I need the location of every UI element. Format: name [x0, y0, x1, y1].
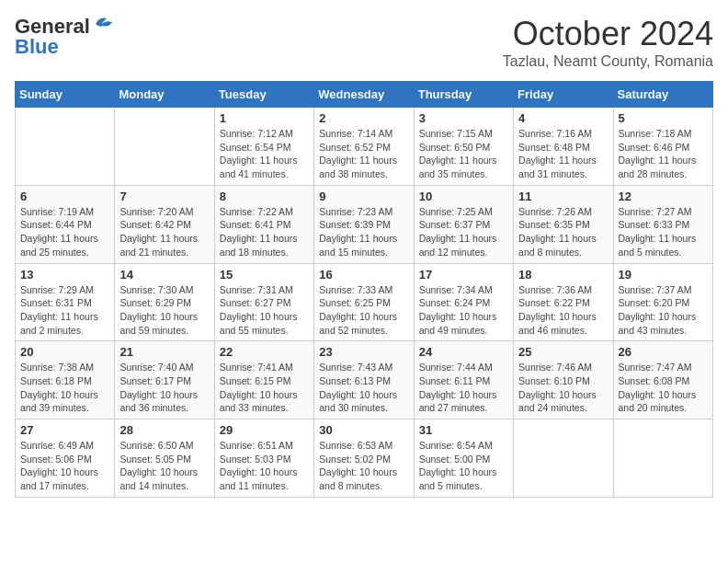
calendar-cell: 31Sunrise: 6:54 AM Sunset: 5:00 PM Dayli…	[414, 419, 513, 498]
day-number: 28	[119, 423, 209, 437]
day-number: 26	[619, 345, 708, 359]
day-info: Sunrise: 7:29 AM Sunset: 6:31 PM Dayligh…	[20, 283, 109, 338]
day-number: 7	[119, 190, 209, 203]
day-number: 15	[220, 268, 309, 282]
calendar-cell	[613, 419, 712, 498]
day-info: Sunrise: 6:54 AM Sunset: 5:00 PM Dayligh…	[419, 439, 508, 493]
calendar-cell: 5Sunrise: 7:18 AM Sunset: 6:46 PM Daylig…	[613, 108, 712, 186]
calendar-cell: 29Sunrise: 6:51 AM Sunset: 5:03 PM Dayli…	[214, 419, 313, 498]
day-info: Sunrise: 7:16 AM Sunset: 6:48 PM Dayligh…	[518, 127, 608, 181]
calendar-cell: 3Sunrise: 7:15 AM Sunset: 6:50 PM Daylig…	[414, 108, 513, 186]
day-number: 9	[319, 190, 408, 203]
day-info: Sunrise: 7:12 AM Sunset: 6:54 PM Dayligh…	[220, 127, 309, 181]
day-info: Sunrise: 7:14 AM Sunset: 6:52 PM Dayligh…	[319, 127, 408, 181]
calendar-cell: 24Sunrise: 7:44 AM Sunset: 6:11 PM Dayli…	[414, 341, 513, 419]
day-info: Sunrise: 7:41 AM Sunset: 6:15 PM Dayligh…	[220, 361, 309, 415]
day-number: 6	[20, 190, 109, 203]
calendar-cell: 26Sunrise: 7:47 AM Sunset: 6:08 PM Dayli…	[613, 341, 712, 419]
calendar-cell: 18Sunrise: 7:36 AM Sunset: 6:22 PM Dayli…	[514, 263, 613, 341]
day-number: 10	[419, 190, 508, 203]
day-info: Sunrise: 6:50 AM Sunset: 5:05 PM Dayligh…	[119, 439, 209, 493]
day-number: 30	[319, 423, 408, 437]
day-number: 1	[220, 111, 309, 125]
day-info: Sunrise: 7:20 AM Sunset: 6:42 PM Dayligh…	[119, 205, 209, 259]
calendar-cell: 17Sunrise: 7:34 AM Sunset: 6:24 PM Dayli…	[414, 263, 513, 341]
calendar-cell: 30Sunrise: 6:53 AM Sunset: 5:02 PM Dayli…	[314, 419, 414, 498]
calendar-week-row: 13Sunrise: 7:29 AM Sunset: 6:31 PM Dayli…	[16, 263, 713, 341]
column-header-tuesday: Tuesday	[214, 82, 313, 108]
day-info: Sunrise: 7:40 AM Sunset: 6:17 PM Dayligh…	[119, 361, 209, 415]
day-number: 18	[518, 268, 608, 282]
calendar-cell: 1Sunrise: 7:12 AM Sunset: 6:54 PM Daylig…	[214, 108, 313, 186]
day-number: 29	[220, 423, 309, 437]
calendar-cell: 2Sunrise: 7:14 AM Sunset: 6:52 PM Daylig…	[314, 108, 414, 186]
day-info: Sunrise: 6:49 AM Sunset: 5:06 PM Dayligh…	[20, 439, 109, 493]
day-number: 4	[518, 111, 608, 125]
day-number: 8	[220, 190, 309, 203]
calendar-cell: 15Sunrise: 7:31 AM Sunset: 6:27 PM Dayli…	[214, 263, 313, 341]
day-info: Sunrise: 7:18 AM Sunset: 6:46 PM Dayligh…	[619, 127, 708, 181]
day-info: Sunrise: 7:25 AM Sunset: 6:37 PM Dayligh…	[419, 205, 508, 259]
calendar-cell: 13Sunrise: 7:29 AM Sunset: 6:31 PM Dayli…	[16, 263, 115, 341]
day-number: 31	[419, 423, 508, 437]
day-info: Sunrise: 7:26 AM Sunset: 6:35 PM Dayligh…	[518, 205, 608, 259]
title-section: October 2024 Tazlau, Neamt County, Roman…	[503, 15, 713, 70]
day-info: Sunrise: 6:53 AM Sunset: 5:02 PM Dayligh…	[319, 439, 408, 493]
day-info: Sunrise: 7:15 AM Sunset: 6:50 PM Dayligh…	[419, 127, 508, 181]
calendar-cell: 22Sunrise: 7:41 AM Sunset: 6:15 PM Dayli…	[214, 341, 313, 419]
calendar-header-row: SundayMondayTuesdayWednesdayThursdayFrid…	[16, 82, 713, 108]
calendar-cell: 10Sunrise: 7:25 AM Sunset: 6:37 PM Dayli…	[414, 185, 513, 263]
calendar-cell	[16, 108, 115, 186]
calendar-cell	[514, 419, 613, 498]
day-info: Sunrise: 7:19 AM Sunset: 6:44 PM Dayligh…	[20, 205, 109, 259]
calendar-week-row: 6Sunrise: 7:19 AM Sunset: 6:44 PM Daylig…	[16, 185, 713, 263]
calendar-cell: 16Sunrise: 7:33 AM Sunset: 6:25 PM Dayli…	[314, 263, 414, 341]
logo-bird-icon	[94, 15, 114, 31]
day-info: Sunrise: 7:33 AM Sunset: 6:25 PM Dayligh…	[319, 283, 408, 338]
calendar-cell: 28Sunrise: 6:50 AM Sunset: 5:05 PM Dayli…	[115, 419, 214, 498]
day-info: Sunrise: 7:43 AM Sunset: 6:13 PM Dayligh…	[319, 361, 408, 415]
day-number: 24	[419, 345, 508, 359]
day-number: 11	[518, 190, 608, 203]
calendar-cell: 6Sunrise: 7:19 AM Sunset: 6:44 PM Daylig…	[16, 185, 115, 263]
calendar-week-row: 27Sunrise: 6:49 AM Sunset: 5:06 PM Dayli…	[16, 419, 713, 498]
calendar-cell: 11Sunrise: 7:26 AM Sunset: 6:35 PM Dayli…	[514, 185, 613, 263]
calendar-cell: 9Sunrise: 7:23 AM Sunset: 6:39 PM Daylig…	[314, 185, 414, 263]
day-number: 22	[220, 345, 309, 359]
day-info: Sunrise: 7:36 AM Sunset: 6:22 PM Dayligh…	[518, 283, 608, 338]
day-number: 2	[319, 111, 408, 125]
day-info: Sunrise: 6:51 AM Sunset: 5:03 PM Dayligh…	[220, 439, 309, 493]
day-number: 16	[319, 268, 408, 282]
column-header-wednesday: Wednesday	[314, 82, 414, 108]
day-number: 21	[119, 345, 209, 359]
location-subtitle: Tazlau, Neamt County, Romania	[503, 53, 713, 70]
calendar-cell: 23Sunrise: 7:43 AM Sunset: 6:13 PM Dayli…	[314, 341, 414, 419]
day-number: 12	[619, 190, 708, 203]
calendar-week-row: 1Sunrise: 7:12 AM Sunset: 6:54 PM Daylig…	[16, 108, 713, 186]
day-info: Sunrise: 7:31 AM Sunset: 6:27 PM Dayligh…	[220, 283, 309, 338]
day-info: Sunrise: 7:30 AM Sunset: 6:29 PM Dayligh…	[119, 283, 209, 338]
calendar-cell: 8Sunrise: 7:22 AM Sunset: 6:41 PM Daylig…	[214, 185, 313, 263]
day-number: 20	[20, 345, 109, 359]
day-number: 13	[20, 268, 109, 282]
calendar-cell	[115, 108, 214, 186]
logo-blue: Blue	[15, 35, 59, 59]
column-header-thursday: Thursday	[414, 82, 513, 108]
day-info: Sunrise: 7:27 AM Sunset: 6:33 PM Dayligh…	[619, 205, 708, 259]
day-info: Sunrise: 7:47 AM Sunset: 6:08 PM Dayligh…	[619, 361, 708, 415]
day-info: Sunrise: 7:46 AM Sunset: 6:10 PM Dayligh…	[518, 361, 608, 415]
logo: General Blue	[15, 15, 114, 59]
calendar-cell: 25Sunrise: 7:46 AM Sunset: 6:10 PM Dayli…	[514, 341, 613, 419]
day-info: Sunrise: 7:38 AM Sunset: 6:18 PM Dayligh…	[20, 361, 109, 415]
day-info: Sunrise: 7:37 AM Sunset: 6:20 PM Dayligh…	[619, 283, 708, 338]
day-number: 14	[119, 268, 209, 282]
day-number: 23	[319, 345, 408, 359]
calendar-cell: 4Sunrise: 7:16 AM Sunset: 6:48 PM Daylig…	[514, 108, 613, 186]
calendar-table: SundayMondayTuesdayWednesdayThursdayFrid…	[15, 81, 713, 498]
page-header: General Blue October 2024 Tazlau, Neamt …	[15, 15, 713, 70]
calendar-week-row: 20Sunrise: 7:38 AM Sunset: 6:18 PM Dayli…	[16, 341, 713, 419]
day-number: 3	[419, 111, 508, 125]
calendar-cell: 12Sunrise: 7:27 AM Sunset: 6:33 PM Dayli…	[613, 185, 712, 263]
calendar-cell: 20Sunrise: 7:38 AM Sunset: 6:18 PM Dayli…	[16, 341, 115, 419]
column-header-saturday: Saturday	[613, 82, 712, 108]
